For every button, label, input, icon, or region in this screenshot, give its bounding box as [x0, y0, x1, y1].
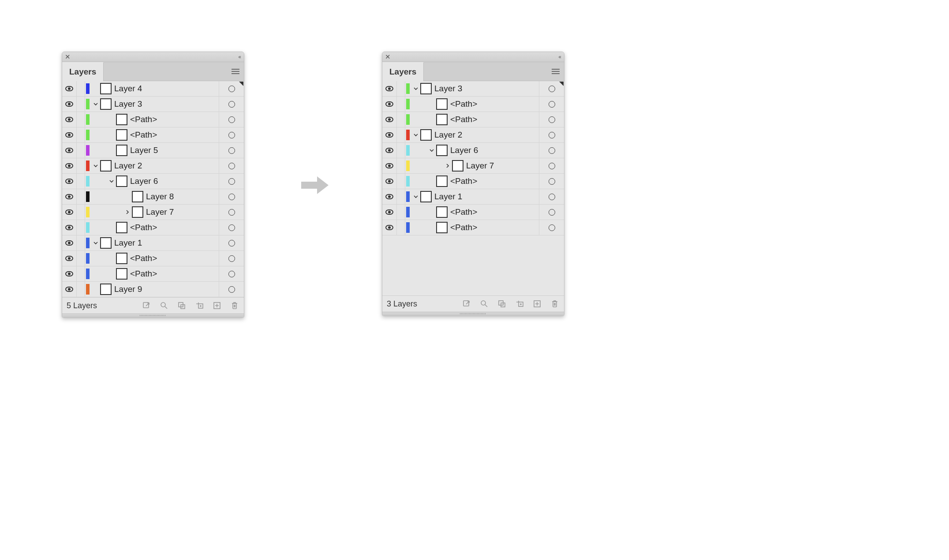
layer-row[interactable]: <Path> — [62, 251, 244, 266]
new-layer-icon[interactable] — [532, 299, 542, 309]
tab-layers[interactable]: Layers — [62, 62, 104, 81]
new-sublayer-icon[interactable] — [515, 299, 524, 309]
lock-column[interactable] — [77, 158, 85, 173]
disclosure-toggle[interactable] — [443, 163, 452, 168]
lock-column[interactable] — [77, 112, 85, 127]
disclosure-toggle[interactable] — [411, 86, 420, 91]
visibility-toggle[interactable] — [62, 112, 77, 127]
layer-name-label[interactable]: Layer 3 — [114, 99, 219, 109]
lock-column[interactable] — [397, 205, 405, 220]
visibility-toggle[interactable] — [382, 189, 397, 204]
visibility-toggle[interactable] — [62, 81, 77, 96]
visibility-toggle[interactable] — [382, 205, 397, 220]
layer-name-label[interactable]: Layer 2 — [434, 130, 539, 140]
layer-thumbnail[interactable] — [420, 83, 432, 94]
target-indicator[interactable] — [549, 86, 555, 92]
lock-column[interactable] — [397, 81, 405, 96]
target-indicator[interactable] — [549, 147, 555, 154]
layer-row[interactable]: Layer 7 — [62, 205, 244, 220]
lock-column[interactable] — [77, 235, 85, 250]
disclosure-toggle[interactable] — [427, 148, 436, 153]
layer-row[interactable]: <Path> — [62, 266, 244, 282]
target-indicator[interactable] — [228, 209, 235, 216]
layer-thumbnail[interactable] — [436, 206, 448, 218]
layer-row[interactable]: <Path> — [382, 97, 564, 112]
target-indicator[interactable] — [228, 132, 235, 138]
lock-column[interactable] — [397, 127, 405, 142]
visibility-toggle[interactable] — [382, 81, 397, 96]
layer-row[interactable]: <Path> — [62, 220, 244, 235]
layer-name-label[interactable]: <Path> — [450, 223, 539, 232]
layer-name-label[interactable]: Layer 9 — [114, 284, 219, 294]
layer-row[interactable]: Layer 8 — [62, 189, 244, 205]
visibility-toggle[interactable] — [382, 220, 397, 235]
new-sublayer-icon[interactable] — [194, 301, 204, 310]
lock-column[interactable] — [77, 282, 85, 297]
target-indicator[interactable] — [228, 101, 235, 108]
disclosure-toggle[interactable] — [107, 179, 116, 184]
visibility-toggle[interactable] — [382, 112, 397, 127]
trash-icon[interactable] — [230, 301, 239, 310]
layer-row[interactable]: Layer 1 — [382, 189, 564, 205]
export-icon[interactable] — [142, 301, 151, 310]
search-icon[interactable] — [159, 301, 169, 310]
layer-name-label[interactable]: <Path> — [130, 223, 219, 232]
target-indicator[interactable] — [549, 209, 555, 216]
layer-thumbnail[interactable] — [420, 129, 432, 141]
lock-column[interactable] — [77, 251, 85, 266]
target-indicator[interactable] — [228, 147, 235, 154]
target-indicator[interactable] — [549, 101, 555, 108]
layer-name-label[interactable]: Layer 6 — [130, 176, 219, 186]
layer-row[interactable]: Layer 2 — [382, 127, 564, 143]
lock-column[interactable] — [77, 174, 85, 189]
disclosure-toggle[interactable] — [411, 194, 420, 199]
target-indicator[interactable] — [549, 132, 555, 138]
visibility-toggle[interactable] — [382, 143, 397, 158]
layer-name-label[interactable]: <Path> — [130, 269, 219, 279]
layer-thumbnail[interactable] — [436, 145, 448, 156]
layer-row[interactable]: Layer 5 — [62, 143, 244, 158]
layer-thumbnail[interactable] — [436, 175, 448, 187]
lock-column[interactable] — [397, 189, 405, 204]
visibility-toggle[interactable] — [62, 251, 77, 266]
panel-resize-handle[interactable] — [382, 312, 564, 316]
disclosure-toggle[interactable] — [91, 240, 100, 246]
layer-row[interactable]: Layer 3 — [62, 97, 244, 112]
lock-column[interactable] — [397, 143, 405, 158]
visibility-toggle[interactable] — [62, 97, 77, 112]
lock-column[interactable] — [77, 143, 85, 158]
trash-icon[interactable] — [550, 299, 560, 309]
lock-column[interactable] — [397, 158, 405, 173]
tab-layers[interactable]: Layers — [382, 62, 424, 81]
layer-row[interactable]: Layer 4 — [62, 81, 244, 97]
visibility-toggle[interactable] — [62, 266, 77, 281]
lock-column[interactable] — [77, 266, 85, 281]
collapse-icon[interactable]: ‹‹ — [238, 53, 240, 60]
layer-name-label[interactable]: <Path> — [130, 130, 219, 140]
layer-row[interactable]: Layer 6 — [62, 174, 244, 189]
layer-name-label[interactable]: Layer 1 — [434, 192, 539, 202]
layer-thumbnail[interactable] — [116, 222, 127, 233]
locate-icon[interactable] — [177, 301, 187, 310]
layer-thumbnail[interactable] — [100, 237, 112, 249]
layer-name-label[interactable]: Layer 3 — [434, 84, 539, 93]
visibility-toggle[interactable] — [382, 174, 397, 189]
lock-column[interactable] — [397, 97, 405, 112]
target-indicator[interactable] — [228, 178, 235, 185]
lock-column[interactable] — [397, 220, 405, 235]
visibility-toggle[interactable] — [62, 235, 77, 250]
layer-thumbnail[interactable] — [116, 114, 127, 125]
layer-thumbnail[interactable] — [436, 222, 448, 233]
target-indicator[interactable] — [228, 86, 235, 92]
disclosure-toggle[interactable] — [91, 101, 100, 107]
panel-corner-menu-icon[interactable] — [559, 82, 564, 86]
layer-name-label[interactable]: <Path> — [450, 99, 539, 109]
disclosure-toggle[interactable] — [91, 163, 100, 168]
visibility-toggle[interactable] — [62, 143, 77, 158]
visibility-toggle[interactable] — [62, 205, 77, 220]
layer-name-label[interactable]: <Path> — [450, 207, 539, 217]
layer-row[interactable]: Layer 2 — [62, 158, 244, 174]
panel-menu-icon[interactable] — [232, 67, 239, 75]
target-indicator[interactable] — [228, 240, 235, 246]
layer-name-label[interactable]: Layer 7 — [466, 161, 539, 171]
